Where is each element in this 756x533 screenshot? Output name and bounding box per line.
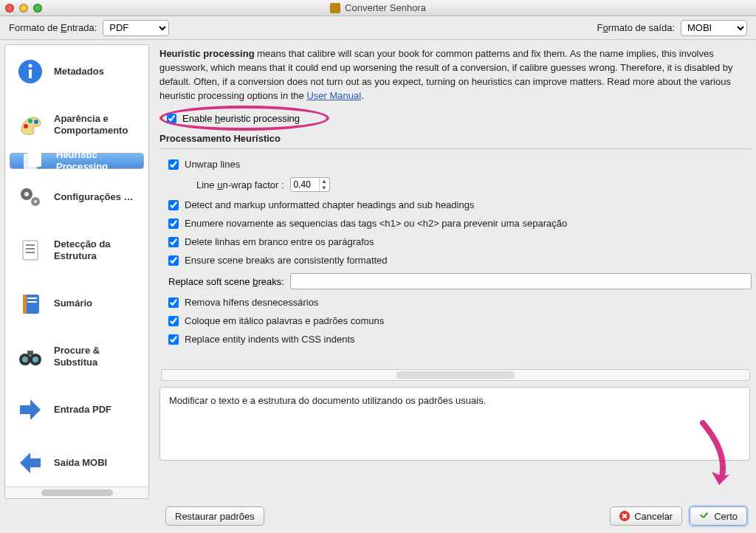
sidebar-item-search-replace[interactable]: Procure & Substitua	[5, 330, 148, 383]
italicize-label: Coloque em itálico palavras e padrões co…	[185, 315, 384, 326]
svg-rect-18	[27, 298, 37, 299]
document-lines-icon	[14, 234, 47, 266]
input-format-label: Formato de Entrada:	[9, 22, 97, 33]
info-box: Modificar o texto e a estrutura do docum…	[159, 387, 750, 461]
format-bar: Formato de Entrada: PDF Formato de saída…	[0, 16, 756, 40]
renumber-headings-label: Enumere novamente as sequencias das tags…	[185, 218, 567, 229]
content-pane: Heuristic processing means that calibre …	[149, 44, 752, 499]
check-icon	[699, 511, 709, 521]
svg-rect-7	[28, 151, 41, 167]
sidebar: Metadados Aparência e Comportamento Heur…	[4, 44, 149, 499]
window-title: Converter Senhora	[0, 2, 756, 13]
unwrap-lines-label: Unwrap lines	[185, 159, 240, 170]
scene-breaks-checkbox[interactable]	[168, 255, 179, 266]
sidebar-item-output-mobi[interactable]: Saída MOBI	[5, 436, 148, 486]
replace-soft-label: Replace soft scene breaks:	[168, 276, 284, 287]
svg-point-4	[28, 119, 32, 123]
svg-point-3	[24, 124, 28, 128]
sidebar-item-label: Entrada PDF	[54, 404, 111, 416]
sidebar-item-label: Sumário	[54, 298, 92, 309]
entity-indents-checkbox[interactable]	[168, 334, 179, 345]
gears-icon	[14, 181, 47, 213]
output-format-label: Formato de saída:	[597, 22, 675, 33]
svg-point-2	[29, 64, 32, 68]
delete-blank-label: Delete linhas em branco entre os parágra…	[185, 236, 374, 247]
sidebar-item-look-feel[interactable]: Aparência e Comportamento	[5, 98, 148, 151]
arrow-left-icon	[14, 447, 47, 479]
sidebar-item-toc[interactable]: Sumário	[5, 277, 148, 330]
dialog-footer: Restaurar padrões Cancelar Certo	[0, 501, 756, 533]
sidebar-item-label: Procure & Substitua	[54, 345, 141, 369]
sidebar-item-metadata[interactable]: Metadados	[5, 45, 148, 98]
stepper-down[interactable]: ▼	[320, 185, 329, 191]
detect-chapters-label: Detect and markup unformatted chapter he…	[185, 199, 474, 210]
svg-rect-19	[27, 301, 37, 303]
sidebar-item-label: Configurações …	[54, 191, 134, 203]
ok-button[interactable]: Certo	[690, 506, 747, 526]
remove-hyphens-checkbox[interactable]	[168, 298, 179, 308]
sidebar-item-label: Aparência e Comportamento	[54, 113, 141, 137]
renumber-headings-checkbox[interactable]	[168, 219, 179, 229]
svg-point-23	[32, 357, 38, 362]
sidebar-item-label: Saída MOBI	[54, 457, 107, 469]
stepper-up[interactable]: ▲	[320, 178, 329, 185]
svg-rect-12	[23, 241, 38, 260]
info-icon	[14, 55, 47, 88]
cancel-button[interactable]: Cancelar	[610, 506, 682, 526]
palette-icon	[14, 109, 47, 141]
description-text: Heuristic processing means that calibre …	[159, 44, 752, 110]
svg-rect-1	[29, 69, 32, 78]
content-scrollbar[interactable]	[161, 369, 750, 381]
enable-heuristic-checkbox[interactable]	[167, 114, 176, 123]
sidebar-item-label: Detecção da Estrutura	[54, 238, 141, 263]
svg-rect-17	[23, 295, 27, 314]
sidebar-item-heuristic[interactable]: Heuristic Processing	[10, 153, 144, 169]
unwrap-factor-input[interactable]	[291, 179, 319, 190]
svg-point-11	[34, 200, 37, 203]
unwrap-factor-label: Line un-wrap factor :	[196, 179, 284, 190]
detect-chapters-checkbox[interactable]	[168, 200, 179, 210]
sidebar-scrollbar[interactable]	[5, 486, 148, 498]
svg-rect-24	[27, 351, 33, 355]
group-title: Processamento Heurístico	[159, 130, 752, 148]
app-icon	[330, 3, 340, 13]
input-format-select[interactable]: PDF	[103, 20, 169, 36]
delete-blank-checkbox[interactable]	[168, 237, 179, 247]
unwrap-lines-checkbox[interactable]	[168, 159, 179, 170]
svg-point-22	[22, 357, 28, 362]
enable-heuristic-label: Enable heuristic processing	[182, 113, 300, 124]
replace-soft-input[interactable]	[290, 273, 752, 289]
svg-point-9	[24, 192, 29, 196]
heuristic-group: Unwrap lines Line un-wrap factor : ▲▼ De…	[159, 148, 752, 351]
titlebar: Converter Senhora	[0, 0, 756, 16]
sidebar-item-input-pdf[interactable]: Entrada PDF	[5, 383, 148, 436]
unwrap-factor-spinbox[interactable]: ▲▼	[290, 177, 330, 192]
restore-defaults-button[interactable]: Restaurar padrões	[165, 506, 264, 526]
cancel-icon	[619, 511, 630, 521]
remove-hyphens-label: Remova hífens desnecessários	[185, 297, 318, 308]
arrow-right-icon	[14, 393, 47, 426]
svg-point-5	[34, 120, 38, 124]
book-icon	[14, 287, 47, 320]
user-manual-link[interactable]: User Manual	[306, 90, 361, 101]
output-format-select[interactable]: MOBI	[681, 20, 747, 36]
italicize-checkbox[interactable]	[168, 316, 179, 326]
entity-indents-label: Replace entity indents with CSS indents	[185, 334, 355, 345]
sidebar-item-page-setup[interactable]: Configurações …	[5, 171, 148, 224]
binoculars-icon	[14, 340, 47, 373]
documents-icon	[16, 145, 49, 177]
scene-breaks-label: Ensure scene breaks are consistently for…	[185, 255, 388, 266]
sidebar-item-label: Metadados	[54, 66, 104, 78]
sidebar-item-structure[interactable]: Detecção da Estrutura	[5, 224, 148, 277]
sidebar-item-label: Heuristic Processing	[56, 149, 137, 173]
